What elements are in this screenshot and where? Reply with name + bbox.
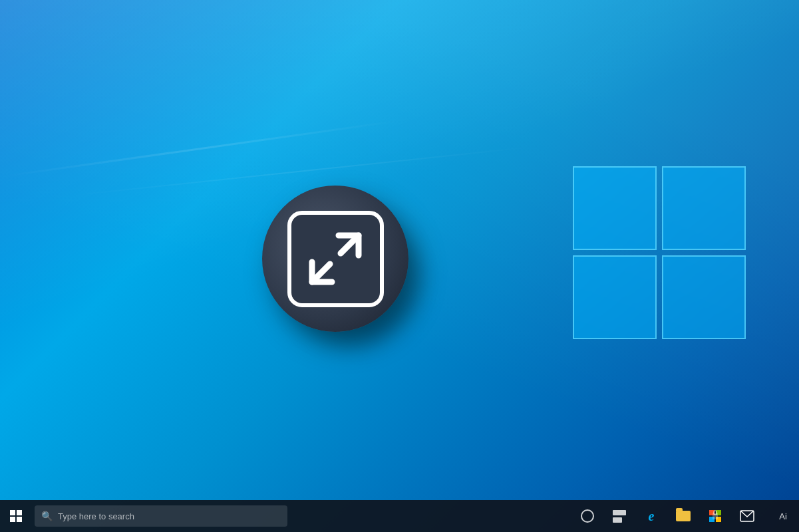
- app-icon-inner: [287, 211, 384, 307]
- ai-badge-label: Ai: [779, 511, 787, 521]
- search-bar[interactable]: 🔍 Type here to search: [35, 505, 287, 527]
- mail-button[interactable]: [732, 500, 762, 532]
- win-logo-pane-tl: [573, 166, 657, 250]
- start-button[interactable]: [0, 500, 32, 532]
- taskbar-pinned-icons: e: [573, 500, 767, 532]
- taskbar: 🔍 Type here to search e: [0, 500, 799, 532]
- taskview-bar-1: [613, 510, 626, 515]
- start-pane-br: [17, 517, 22, 522]
- taskview-bar-2: [613, 517, 622, 523]
- svg-rect-6: [713, 513, 718, 519]
- app-icon-container[interactable]: [262, 186, 408, 332]
- taskview-button[interactable]: [605, 500, 634, 532]
- app-icon-circle: [262, 186, 408, 332]
- cortana-button[interactable]: [573, 500, 602, 532]
- win-logo-pane-bl: [573, 255, 657, 339]
- edge-button[interactable]: e: [637, 500, 666, 532]
- ai-badge-button[interactable]: Ai: [767, 500, 799, 532]
- resize-arrows-icon: [302, 225, 369, 292]
- search-placeholder-text: Type here to search: [58, 511, 134, 521]
- edge-icon: e: [649, 509, 655, 524]
- light-ray-1: [4, 120, 400, 177]
- desktop: 🔍 Type here to search e: [0, 0, 799, 532]
- win-logo-pane-br: [662, 255, 746, 339]
- folder-icon: [676, 511, 691, 521]
- folder-body: [676, 511, 691, 521]
- windows-logo-decoration: [573, 166, 746, 339]
- file-explorer-button[interactable]: [669, 500, 698, 532]
- search-icon: 🔍: [41, 511, 53, 521]
- start-pane-tl: [10, 510, 15, 515]
- windows-start-icon: [10, 510, 22, 522]
- cortana-icon: [581, 509, 594, 523]
- store-button[interactable]: [701, 500, 730, 532]
- start-pane-bl: [10, 517, 15, 522]
- mail-icon: [740, 510, 754, 522]
- win-logo-pane-tr: [662, 166, 746, 250]
- start-pane-tr: [17, 510, 22, 515]
- taskview-icon: [613, 510, 626, 523]
- store-icon: [708, 509, 722, 523]
